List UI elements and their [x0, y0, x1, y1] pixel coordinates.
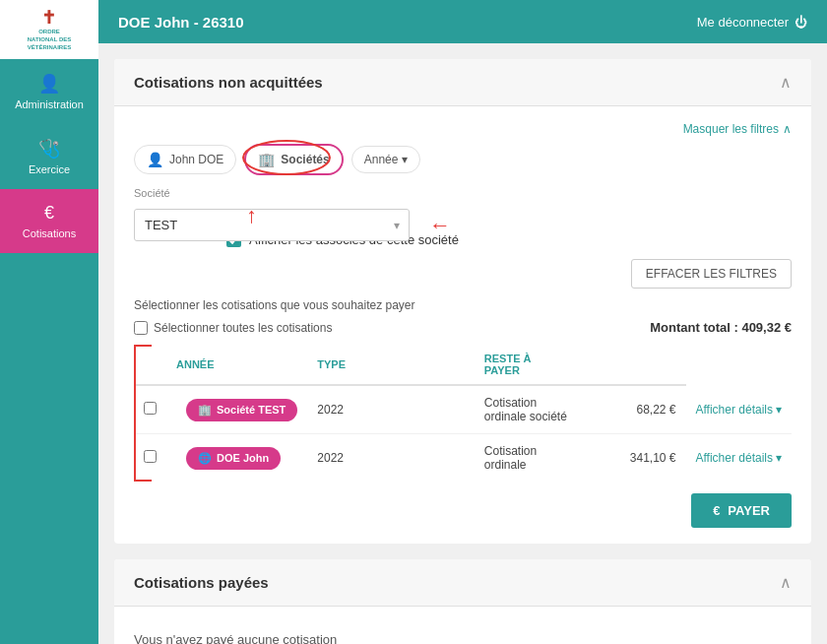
row1-annee: 2022	[307, 385, 475, 434]
sidebar-logo: ✝ ORDRENATIONAL DESVÉTÉRINAIRES	[0, 0, 98, 59]
row1-tag-cell: 🏢 Société TEST	[166, 385, 307, 434]
tag-person-label: DOE John	[217, 452, 269, 464]
masquer-filtres-row: Masquer les filtres ∧	[134, 122, 792, 136]
col-header-reste: RESTE À PAYER	[475, 345, 579, 385]
building-tag-icon: 🏢	[198, 404, 212, 417]
tag-doe-john: 🌐 DOE John	[186, 447, 281, 470]
filter-chip-societes[interactable]: 🏢 Sociétés	[244, 144, 343, 175]
montant-total: Montant total : 409,32 €	[650, 320, 792, 335]
societe-field-label: Société	[134, 187, 792, 199]
content-area: Cotisations non acquittées ∧ Masquer les…	[98, 43, 827, 644]
select-all-text: Sélectionner toutes les cotisations	[154, 321, 332, 335]
filter-dropdown-annee[interactable]: Année ▾	[351, 146, 421, 173]
sidebar-item-cotisations[interactable]: € Cotisations	[0, 189, 98, 253]
row1-checkbox[interactable]	[144, 402, 157, 415]
logo-text: ✝ ORDRENATIONAL DESVÉTÉRINAIRES	[28, 8, 71, 52]
societe-select-wrapper: TEST ▾	[134, 209, 410, 241]
masquer-filtres-label[interactable]: Masquer les filtres	[683, 122, 779, 136]
card-header-paid: Cotisations payées ∧	[114, 559, 811, 607]
sidebar-item-exercice[interactable]: 🩺 Exercice	[0, 124, 98, 189]
filter-chip-societes-label: Sociétés	[281, 153, 329, 166]
filter-annee-label: Année	[364, 153, 399, 166]
societe-select-row: ← TEST ▾ ↑	[134, 203, 792, 247]
tag-societe-label: Société TEST	[217, 404, 286, 416]
col-header-action	[579, 345, 685, 385]
cotisations-table-wrapper: ANNÉE TYPE RESTE À PAYER	[134, 345, 792, 482]
chevron-down-icon-2: ▾	[776, 451, 782, 465]
select-instruction: Sélectionner les cotisations que vous so…	[134, 298, 792, 312]
user-title: DOE John - 26310	[118, 14, 244, 31]
sidebar-item-label: Cotisations	[23, 227, 76, 239]
select-all-row: Sélectionner toutes les cotisations Mont…	[134, 320, 792, 335]
table-row: 🏢 Société TEST 2022 Cotisation ordinale …	[134, 385, 792, 434]
section1-title: Cotisations non acquittées	[134, 74, 323, 91]
afficher-details-btn-2[interactable]: Afficher détails ▾	[696, 451, 783, 465]
filter-chip-johndoe[interactable]: 👤 John DOE	[134, 145, 236, 174]
row1-checkbox-cell	[134, 385, 166, 434]
select-all-label: Sélectionner toutes les cotisations	[134, 321, 332, 335]
sidebar-item-label: Exercice	[29, 163, 70, 175]
clear-row: EFFACER LES FILTRES	[134, 259, 792, 289]
cotisations-table: ANNÉE TYPE RESTE À PAYER	[134, 345, 792, 482]
row2-reste: 341,10 €	[579, 434, 685, 483]
person-filter-icon: 👤	[147, 152, 163, 167]
card-paid: Cotisations payées ∧ Vous n'avez payé au…	[114, 559, 811, 644]
row2-tag-cell: 🌐 DOE John	[166, 434, 307, 483]
row2-checkbox[interactable]	[144, 450, 157, 463]
power-icon: ⏻	[795, 15, 807, 30]
filter-chips-area: 👤 John DOE 🏢 Sociétés Année	[134, 144, 792, 175]
row1-action: Afficher détails ▾	[686, 385, 793, 434]
section2-title: Cotisations payées	[134, 574, 269, 591]
tag-societe-test: 🏢 Société TEST	[186, 399, 297, 421]
chevron-down-icon-1: ▾	[776, 403, 782, 417]
row2-type: Cotisation ordinale	[475, 434, 579, 483]
top-header: DOE John - 26310 Me déconnecter ⏻	[98, 0, 827, 43]
select-all-checkbox[interactable]	[134, 321, 148, 335]
afficher-details-btn-1[interactable]: Afficher détails ▾	[696, 403, 783, 417]
sidebar-item-administration[interactable]: 👤 Administration	[0, 59, 98, 124]
logout-label: Me déconnecter	[697, 15, 789, 30]
table-row: 🌐 DOE John 2022 Cotisation ordinale 341,…	[134, 434, 792, 483]
collapse-icon-paid[interactable]: ∧	[780, 573, 792, 592]
col-header-checkbox	[134, 345, 166, 385]
card-body-unpaid: Masquer les filtres ∧ 👤 John DOE 🏢	[114, 106, 811, 544]
logout-button[interactable]: Me déconnecter ⏻	[697, 15, 807, 30]
row1-reste: 68,22 €	[579, 385, 685, 434]
societe-select[interactable]: TEST	[134, 209, 410, 241]
globe-tag-icon: 🌐	[198, 452, 212, 465]
card-body-paid: Vous n'avez payé aucune cotisation	[114, 607, 811, 644]
collapse-icon-unpaid[interactable]: ∧	[780, 73, 792, 92]
paid-empty-label: Vous n'avez payé aucune cotisation	[134, 622, 792, 644]
row1-type: Cotisation ordinale société	[475, 385, 579, 434]
payer-label: PAYER	[728, 503, 770, 518]
effacer-filtres-button[interactable]: EFFACER LES FILTRES	[631, 259, 792, 289]
annotation-arrow-up: ↑	[246, 203, 257, 228]
chevron-up-icon: ∧	[783, 122, 792, 136]
stethoscope-icon: 🩺	[38, 138, 60, 160]
row2-annee: 2022	[307, 434, 475, 483]
table-header-row: ANNÉE TYPE RESTE À PAYER	[134, 345, 792, 385]
chevron-down-icon: ▾	[402, 153, 408, 166]
filter-row: 👤 John DOE 🏢 Sociétés Année	[134, 144, 792, 175]
person-icon: 👤	[38, 73, 60, 95]
payer-button[interactable]: € PAYER	[691, 493, 792, 528]
col-header-type: TYPE	[307, 345, 475, 385]
card-unpaid: Cotisations non acquittées ∧ Masquer les…	[114, 59, 811, 544]
annotation-arrow-left: ←	[429, 213, 451, 238]
main-area: DOE John - 26310 Me déconnecter ⏻ Cotisa…	[98, 0, 827, 644]
filter-chip-johndoe-label: John DOE	[169, 153, 223, 166]
col-header-annee: ANNÉE	[166, 345, 307, 385]
sidebar: ✝ ORDRENATIONAL DESVÉTÉRINAIRES 👤 Admini…	[0, 0, 98, 644]
card-header-unpaid: Cotisations non acquittées ∧	[114, 59, 811, 106]
euro-icon: €	[44, 203, 54, 224]
row2-action: Afficher détails ▾	[686, 434, 793, 483]
euro-payer-icon: €	[713, 503, 720, 518]
sidebar-item-label: Administration	[15, 98, 84, 110]
row2-checkbox-cell	[134, 434, 166, 483]
payer-btn-row: € PAYER	[134, 493, 792, 528]
building-filter-icon: 🏢	[258, 152, 275, 167]
